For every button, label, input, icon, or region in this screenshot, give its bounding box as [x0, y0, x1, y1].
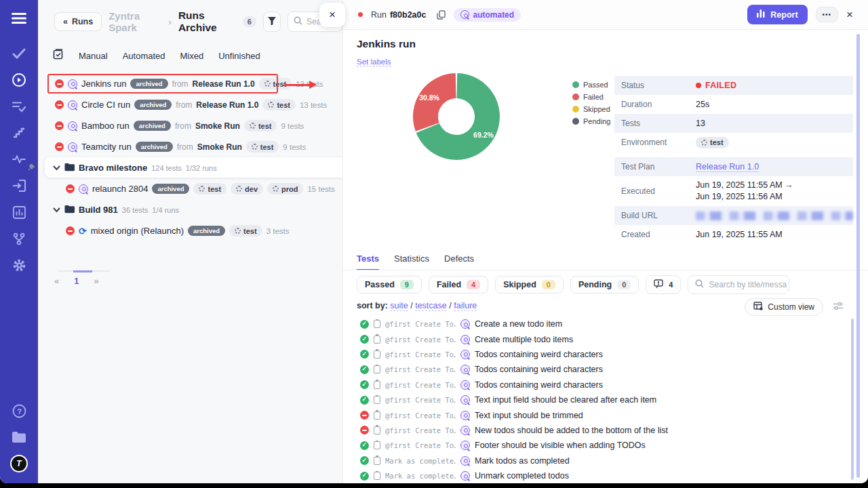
test-row[interactable]: Mark as complete… Unmark completed todos [360, 468, 848, 483]
source-plan-name[interactable]: Smoke Run [197, 142, 242, 152]
sort-by-failure-link[interactable]: failure [454, 301, 477, 311]
test-row[interactable]: @first Create To… Create a new todo item [360, 317, 848, 331]
suite-name[interactable]: @first Create To… [385, 426, 456, 434]
detail-close-button[interactable]: × [846, 8, 853, 22]
redacted-build-url[interactable] [696, 211, 853, 220]
suite-name[interactable]: @first Create To… [385, 411, 456, 420]
test-title[interactable]: Todos containing weird characters [475, 380, 603, 390]
suite-name[interactable]: @first Create To… [385, 336, 456, 344]
projects-folder-icon[interactable] [10, 428, 28, 446]
test-row[interactable]: @first Create To… New todos should be ad… [360, 423, 848, 438]
test-row[interactable]: @first Create To… Todos containing weird… [360, 362, 848, 377]
settings-gear-icon[interactable] [10, 256, 28, 274]
suite-name[interactable]: @first Create To… [385, 441, 456, 449]
folder-name[interactable]: Build 981 [79, 205, 118, 215]
tab-tests[interactable]: Tests [357, 253, 379, 270]
suite-name[interactable]: Mark as complete… [385, 457, 456, 465]
sliders-settings-icon[interactable] [833, 301, 844, 313]
legend-item-skipped[interactable]: Skipped [572, 105, 610, 113]
test-title[interactable]: Create multiple todo items [475, 335, 573, 344]
test-row[interactable]: @first Create To… Todos containing weird… [360, 378, 848, 392]
test-title[interactable]: New todos should be added to the bottom … [475, 426, 668, 435]
folder-row-build-981[interactable]: Build 981 36 tests 1/4 runs [38, 199, 342, 220]
tab-defects[interactable]: Defects [444, 253, 474, 270]
back-to-runs-button[interactable]: « Runs [54, 12, 102, 31]
test-title[interactable]: Text input should be trimmed [475, 411, 583, 420]
test-row[interactable]: @first Create To… Text input should be t… [360, 407, 848, 422]
chevron-down-icon[interactable] [53, 205, 60, 215]
filter-chip-failed[interactable]: Failed4 [429, 276, 488, 293]
filter-chip-pending[interactable]: Pending0 [570, 276, 639, 293]
help-icon[interactable]: ? [10, 402, 28, 420]
page-scrollbar[interactable] [856, 34, 860, 478]
test-row[interactable]: @first Create To… Text input field shoul… [360, 392, 848, 407]
page-number[interactable]: 1 [74, 276, 79, 286]
test-title[interactable]: Create a new todo item [475, 319, 562, 329]
pull-requests-icon[interactable] [10, 177, 28, 195]
run-name[interactable]: Circle CI run [81, 100, 130, 110]
select-all-icon[interactable] [53, 49, 64, 62]
run-name[interactable]: relaunch 2804 [92, 184, 148, 194]
breadcrumb-project[interactable]: Zyntra Spark [108, 10, 161, 33]
test-title[interactable]: Mark todos as completed [475, 456, 570, 466]
test-title[interactable]: Todos containing weird characters [475, 350, 603, 359]
run-name[interactable]: Bamboo run [81, 121, 130, 131]
panel-close-button[interactable]: × [319, 3, 345, 27]
suite-name[interactable]: Mark as complete… [385, 472, 456, 480]
suite-name[interactable]: @first Create To… [385, 350, 456, 359]
test-title[interactable]: Todos containing weird characters [475, 365, 603, 374]
run-row-jenkins[interactable]: Jenkins run archived from Release Run 1.… [38, 73, 342, 94]
automated-badge[interactable]: automated [454, 8, 521, 22]
test-plan-link[interactable]: Release Run 1.0 [696, 162, 759, 172]
source-plan-name[interactable]: Release Run 1.0 [193, 79, 255, 89]
plans-list-check-icon[interactable] [10, 98, 28, 115]
sort-by-suite-link[interactable]: suite [390, 301, 408, 311]
filter-chip-comments[interactable]: 4 [646, 275, 681, 294]
run-row-bamboo[interactable]: Bamboo run archived from Smoke Run test … [38, 115, 342, 136]
tests-search-input[interactable] [709, 280, 787, 289]
runs-play-icon[interactable] [10, 71, 28, 89]
run-name[interactable]: Jenkins run [81, 79, 126, 89]
legend-item-failed[interactable]: Failed [572, 93, 610, 101]
next-page-button[interactable]: » [94, 276, 98, 286]
suite-name[interactable]: @first Create To… [385, 320, 456, 328]
test-row[interactable]: Mark as complete… Mark todos as complete… [360, 453, 848, 468]
test-title[interactable]: Text input field should be cleared after… [475, 395, 656, 405]
legend-item-passed[interactable]: Passed [572, 81, 610, 89]
pulse-activity-icon[interactable] [10, 150, 28, 168]
run-row-relaunch-2804[interactable]: relaunch 2804 archived test dev prod 15 … [38, 178, 342, 199]
report-button[interactable]: Report [747, 5, 807, 24]
test-row[interactable]: @first Create To… Create multiple todo i… [360, 331, 848, 346]
run-row-mixed-origin[interactable]: ⟳ mixed origin (Relaunch) archived test … [38, 220, 342, 241]
list-scrollbar[interactable] [851, 319, 854, 480]
suite-name[interactable]: @first Create To… [385, 396, 456, 404]
source-plan-name[interactable]: Release Run 1.0 [196, 100, 258, 110]
analytics-chart-icon[interactable] [10, 203, 28, 221]
hamburger-menu-icon[interactable] [10, 9, 28, 27]
filter-button[interactable] [263, 12, 281, 32]
tab-manual[interactable]: Manual [79, 51, 108, 61]
tests-check-icon[interactable] [10, 45, 28, 62]
branches-git-icon[interactable] [10, 230, 28, 247]
test-row[interactable]: @first Create To… Footer should be visib… [360, 438, 848, 453]
filter-chip-passed[interactable]: Passed9 [357, 276, 422, 293]
run-name[interactable]: mixed origin (Relaunch) [91, 226, 184, 236]
tab-unfinished[interactable]: Unfinished [218, 51, 260, 61]
source-plan-name[interactable]: Smoke Run [195, 121, 240, 131]
set-labels-link[interactable]: Set labels [357, 58, 391, 66]
chevron-down-icon[interactable] [53, 163, 60, 173]
prev-page-button[interactable]: « [54, 276, 59, 286]
legend-item-pending[interactable]: Pending [572, 117, 610, 125]
tests-search-field[interactable] [688, 275, 789, 294]
more-actions-button[interactable]: ••• [816, 7, 839, 22]
test-title[interactable]: Footer should be visible when adding TOD… [475, 441, 646, 450]
sort-by-testcase-link[interactable]: testcase [415, 301, 447, 311]
test-title[interactable]: Unmark completed todos [475, 471, 569, 481]
tab-mixed[interactable]: Mixed [180, 51, 204, 61]
filter-chip-skipped[interactable]: Skipped0 [495, 276, 564, 293]
folder-name[interactable]: Bravo milestone [79, 163, 147, 173]
milestones-steps-icon[interactable] [10, 124, 28, 142]
copy-icon[interactable] [437, 10, 446, 20]
tab-automated[interactable]: Automated [123, 51, 165, 61]
run-row-teamcity[interactable]: Teamcity run archived from Smoke Run tes… [38, 136, 342, 157]
